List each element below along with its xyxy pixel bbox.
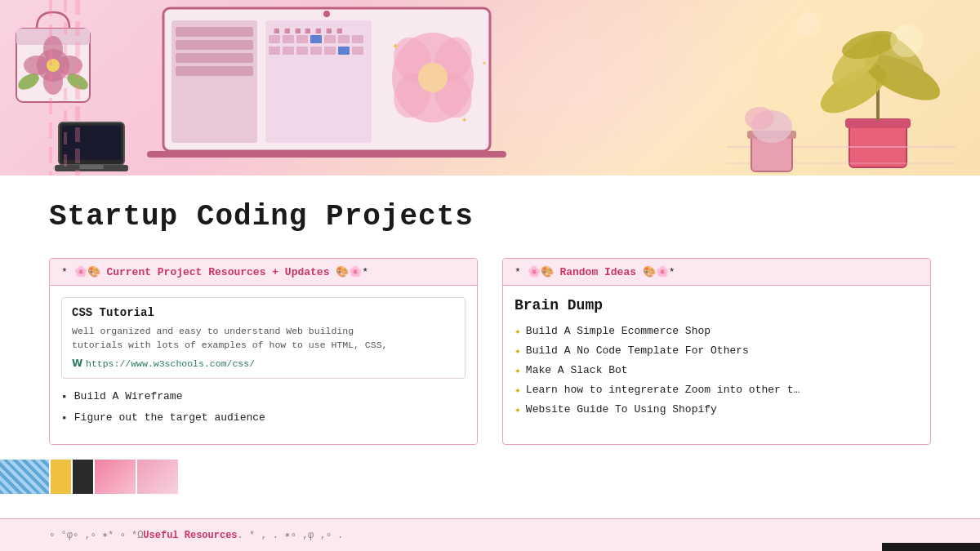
svg-rect-32 <box>147 151 506 158</box>
link-card-desc: Well organized and easy to understand We… <box>72 324 455 353</box>
right-header-highlight: Random Ideas <box>559 266 636 278</box>
left-header-highlight: Current Project Resources + Updates <box>106 266 329 278</box>
columns-grid: * 🌸🎨 Current Project Resources + Updates… <box>49 258 931 445</box>
svg-rect-3 <box>176 27 253 37</box>
svg-rect-12 <box>310 35 322 43</box>
svg-text:✦: ✦ <box>392 39 399 52</box>
bottom-bar-text-end: . * ‚ . ✶∘ ‚φ ‚∘ . <box>238 529 344 541</box>
svg-rect-16 <box>269 47 280 55</box>
bottom-image-strip <box>0 460 237 494</box>
svg-point-54 <box>24 56 50 75</box>
page-title: Startup Coding Projects <box>49 200 931 233</box>
bullet-item-1: Build A Wireframe <box>61 390 466 403</box>
left-section-body: CSS Tutorial Well organized and easy to … <box>50 286 477 444</box>
idea-item-2: ✦ Build A No Code Template For Others <box>514 344 919 358</box>
idea-item-1: ✦ Build A Simple Ecommerce Shop <box>514 325 919 338</box>
hero-banner: ▦ ▦ ▦ ▦ ▦ ▦ ▦ ✦ ✦ ✦ <box>0 0 980 176</box>
idea-item-5: ✦ Website Guide To Using Shopify <box>514 403 919 416</box>
right-header-plain-end: 🎨🌸* <box>636 266 675 278</box>
svg-rect-5 <box>176 53 253 63</box>
svg-point-46 <box>745 107 774 130</box>
svg-rect-17 <box>283 47 294 55</box>
right-section-header: * 🌸🎨 Random Ideas 🎨🌸* <box>503 259 930 286</box>
idea-item-4: ✦ Learn how to integrerate Zoom into oth… <box>514 384 919 397</box>
svg-rect-21 <box>338 47 350 55</box>
svg-point-28 <box>418 63 448 92</box>
svg-rect-33 <box>849 122 906 167</box>
svg-text:✦: ✦ <box>461 114 467 126</box>
idea-item-3: ✦ Make A Slack Bot <box>514 364 919 377</box>
sparkle-icon-1: ✦ <box>514 325 521 338</box>
svg-text:✦: ✦ <box>482 59 487 68</box>
svg-point-48 <box>796 12 821 37</box>
sparkle-icon-4: ✦ <box>514 384 521 397</box>
strip-segment-3 <box>73 460 93 494</box>
svg-rect-4 <box>176 40 253 50</box>
svg-rect-15 <box>352 35 363 43</box>
sparkle-icon-3: ✦ <box>514 364 521 377</box>
idea-list: ✦ Build A Simple Ecommerce Shop ✦ Build … <box>514 325 919 416</box>
strip-segment-5 <box>137 460 178 494</box>
bottom-bar: ∘ °φ∘ ‚∘ ✶* ∘ *Ω Useful Resources . * ‚ … <box>0 518 980 551</box>
link-card-url[interactable]: https://www.w3schools.com/css/ <box>72 358 455 370</box>
strip-segment-2 <box>51 460 71 494</box>
left-header-plain-end: 🎨🌸* <box>329 266 368 278</box>
svg-rect-10 <box>283 35 294 43</box>
svg-rect-13 <box>324 35 336 43</box>
bullet-item-2: Figure out the target audience <box>61 411 466 424</box>
svg-rect-20 <box>324 47 336 55</box>
left-section-box: * 🌸🎨 Current Project Resources + Updates… <box>49 258 478 445</box>
sparkle-icon-5: ✦ <box>514 403 521 416</box>
left-section-header: * 🌸🎨 Current Project Resources + Updates… <box>50 259 477 286</box>
css-tutorial-card[interactable]: CSS Tutorial Well organized and easy to … <box>61 297 466 379</box>
left-header-plain-start: * 🌸🎨 <box>61 266 106 278</box>
sparkle-icon-2: ✦ <box>514 344 521 358</box>
bottom-bar-highlight: Useful Resources <box>143 530 237 541</box>
svg-point-1 <box>323 11 330 17</box>
svg-rect-14 <box>338 35 350 43</box>
strip-segment-4 <box>95 460 136 494</box>
bullet-list: Build A Wireframe Figure out the target … <box>61 390 466 424</box>
svg-point-47 <box>890 24 923 57</box>
right-section-box: * 🌸🎨 Random Ideas 🎨🌸* Brain Dump ✦ Build… <box>502 258 931 445</box>
svg-rect-11 <box>296 35 308 43</box>
right-header-plain-start: * 🌸🎨 <box>514 266 559 278</box>
strip-segment-1 <box>0 460 49 494</box>
main-content: Startup Coding Projects * 🌸🎨 Current Pro… <box>0 176 980 461</box>
stripe-deco <box>49 0 131 176</box>
svg-rect-2 <box>172 20 257 143</box>
link-card-title: CSS Tutorial <box>72 306 455 319</box>
bottom-bar-text-start: ∘ °φ∘ ‚∘ ✶* ∘ *Ω <box>49 529 143 541</box>
right-section-body: Brain Dump ✦ Build A Simple Ecommerce Sh… <box>503 286 930 434</box>
brain-dump-title: Brain Dump <box>514 297 919 313</box>
svg-rect-6 <box>176 66 253 76</box>
laptop-illustration: ▦ ▦ ▦ ▦ ▦ ▦ ▦ ✦ ✦ ✦ <box>122 4 531 167</box>
plant-illustration <box>727 0 956 176</box>
svg-rect-18 <box>296 47 308 55</box>
svg-rect-22 <box>352 47 363 55</box>
bottom-right-bar <box>882 543 980 551</box>
svg-text:▦ ▦ ▦ ▦ ▦ ▦ ▦: ▦ ▦ ▦ ▦ ▦ ▦ ▦ <box>274 27 343 34</box>
svg-rect-9 <box>269 35 280 43</box>
svg-rect-19 <box>310 47 322 55</box>
